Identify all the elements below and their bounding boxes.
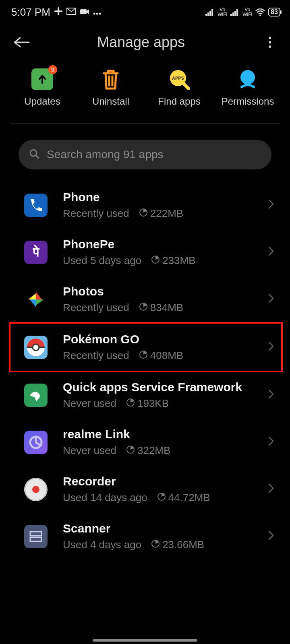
- app-row-realme[interactable]: realme Link Never used 322MB: [0, 419, 290, 466]
- realme-app-icon: [24, 431, 48, 454]
- app-row-phonepe[interactable]: पे PhonePe Used 5 days ago 233MB: [0, 229, 290, 276]
- storage-icon: [157, 492, 166, 501]
- vowifi-2-icon: VoWiFi: [242, 7, 252, 17]
- findapps-action[interactable]: APPS Find apps: [149, 68, 209, 107]
- app-size: 222MB: [150, 207, 183, 219]
- updates-action[interactable]: 9 Updates: [12, 68, 72, 107]
- chevron-right-icon: [268, 246, 274, 259]
- svg-text:APPS: APPS: [172, 76, 184, 80]
- permissions-label: Permissions: [222, 96, 274, 107]
- scanner-app-icon: [24, 525, 48, 548]
- updates-badge: 9: [48, 65, 57, 74]
- pokemon-app-icon: [24, 336, 48, 359]
- phonepe-app-icon: पे: [24, 241, 48, 264]
- app-name: PhonePe: [63, 237, 268, 251]
- vowifi-1-icon: VoWiFi: [218, 7, 227, 17]
- app-size: 233MB: [162, 254, 195, 266]
- storage-icon: [139, 208, 148, 217]
- app-row-phone[interactable]: Phone Recently used 222MB: [0, 182, 290, 229]
- app-usage: Never used: [63, 444, 116, 457]
- status-time: 5:07 PM: [11, 6, 50, 19]
- app-size: 322MB: [137, 444, 170, 456]
- updates-label: Updates: [24, 96, 60, 107]
- quickapps-app-icon: [24, 384, 48, 407]
- svg-point-26: [32, 486, 39, 493]
- svg-point-13: [240, 70, 255, 85]
- svg-point-8: [269, 37, 271, 39]
- uninstall-icon: [100, 68, 122, 90]
- svg-point-10: [269, 45, 271, 48]
- svg-rect-29: [30, 537, 41, 541]
- chevron-right-icon: [268, 293, 274, 306]
- storage-icon: [139, 302, 148, 311]
- app-usage: Never used: [63, 397, 116, 410]
- app-name: Phone: [63, 190, 268, 204]
- uninstall-action[interactable]: Uninstall: [81, 68, 141, 107]
- svg-point-6: [99, 12, 101, 14]
- wifi-icon: [255, 6, 265, 19]
- app-size: 23.66MB: [162, 539, 204, 551]
- app-usage: Used 5 days ago: [63, 254, 141, 267]
- svg-rect-28: [30, 532, 41, 536]
- chevron-right-icon: [268, 530, 274, 543]
- app-row-scanner[interactable]: Scanner Used 4 days ago 23.66MB: [0, 513, 290, 560]
- app-size: 408MB: [150, 349, 183, 361]
- page-title: Manage apps: [20, 34, 262, 51]
- divider: [10, 123, 280, 124]
- storage-icon: [126, 398, 135, 407]
- permissions-action[interactable]: Permissions: [218, 68, 278, 107]
- app-name: Photos: [63, 285, 268, 298]
- gmail-notification-icon: [66, 8, 76, 17]
- photos-app-icon: [24, 288, 48, 311]
- camera-notification-icon: [80, 8, 89, 17]
- app-name: realme Link: [63, 427, 268, 441]
- uninstall-label: Uninstall: [92, 96, 129, 107]
- svg-point-20: [33, 344, 39, 351]
- app-list: Phone Recently used 222MB पे PhonePe Use…: [0, 182, 290, 560]
- app-header: Manage apps: [0, 24, 290, 64]
- app-usage: Recently used: [63, 301, 129, 314]
- chevron-right-icon: [268, 341, 274, 354]
- chevron-right-icon: [268, 199, 274, 212]
- app-row-pokemon-highlighted[interactable]: Pokémon GO Recently used 408MB: [9, 322, 283, 372]
- chevron-right-icon: [268, 389, 274, 402]
- storage-icon: [139, 350, 148, 359]
- permissions-icon: [237, 68, 259, 90]
- findapps-label: Find apps: [158, 96, 200, 107]
- app-usage: Used 14 days ago: [63, 491, 147, 504]
- app-row-quickapps[interactable]: Quick apps Service Framework Never used …: [0, 372, 290, 419]
- svg-point-4: [93, 12, 95, 14]
- app-usage: Used 4 days ago: [63, 539, 141, 551]
- app-row-recorder[interactable]: Recorder Used 14 days ago 44.72MB: [0, 466, 290, 513]
- updates-icon: 9: [31, 68, 53, 90]
- svg-rect-1: [54, 10, 62, 12]
- action-row: 9 Updates Uninstall APPS Find apps Permi…: [0, 64, 290, 123]
- search-placeholder: Search among 91 apps: [47, 148, 164, 161]
- app-size: 193KB: [137, 397, 169, 409]
- app-row-photos[interactable]: Photos Recently used 834MB: [0, 276, 290, 323]
- home-indicator[interactable]: [93, 639, 197, 642]
- app-name: Quick apps Service Framework: [63, 380, 268, 394]
- search-input[interactable]: Search among 91 apps: [19, 140, 271, 169]
- chevron-right-icon: [268, 483, 274, 496]
- battery-icon: 83: [268, 8, 280, 17]
- app-usage: Recently used: [63, 349, 129, 362]
- phone-app-icon: [24, 194, 48, 217]
- status-bar: 5:07 PM VoWiFi VoWiFi 83: [0, 0, 290, 24]
- svg-point-7: [259, 14, 261, 16]
- more-options-button[interactable]: [262, 34, 278, 50]
- app-name: Pokémon GO: [63, 332, 268, 346]
- app-name: Scanner: [63, 522, 268, 535]
- storage-icon: [126, 445, 135, 454]
- findapps-icon: APPS: [168, 68, 190, 90]
- app-size: 44.72MB: [168, 491, 210, 504]
- app-size: 834MB: [150, 301, 183, 314]
- svg-point-9: [269, 41, 271, 43]
- storage-icon: [151, 539, 160, 548]
- slack-notification-icon: [54, 7, 62, 17]
- recorder-app-icon: [24, 478, 48, 501]
- svg-rect-3: [80, 9, 87, 14]
- storage-icon: [151, 255, 160, 264]
- svg-point-5: [96, 12, 98, 14]
- search-icon: [29, 149, 39, 161]
